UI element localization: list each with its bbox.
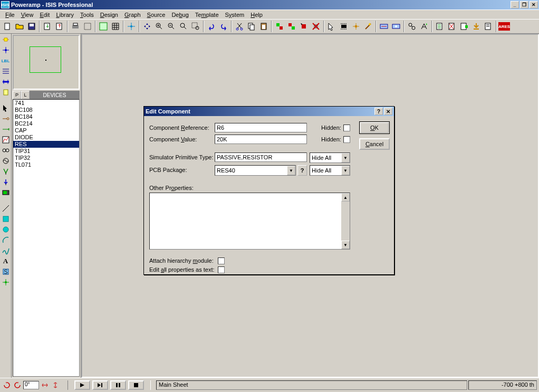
wire-auto-icon[interactable] bbox=[378, 21, 390, 32]
import-icon[interactable] bbox=[42, 21, 53, 32]
mirror-x-icon[interactable] bbox=[40, 380, 50, 390]
input-component-reference[interactable] bbox=[215, 123, 307, 132]
netlist-icon[interactable] bbox=[446, 21, 458, 32]
pause-button[interactable] bbox=[110, 380, 126, 390]
redo-icon[interactable] bbox=[218, 21, 229, 32]
play-button[interactable] bbox=[74, 380, 90, 390]
pin-mode-icon[interactable] bbox=[1, 125, 11, 134]
device-item[interactable]: TL071 bbox=[13, 161, 79, 168]
dialog-help-button[interactable]: ? bbox=[374, 108, 383, 115]
path-mode-icon[interactable] bbox=[1, 246, 11, 255]
wand-icon[interactable] bbox=[362, 21, 374, 32]
menu-graph[interactable]: Graph bbox=[121, 11, 144, 18]
device-item[interactable]: RES bbox=[13, 141, 79, 148]
marker-mode-icon[interactable] bbox=[1, 278, 11, 287]
selection-mode-icon[interactable] bbox=[1, 103, 11, 113]
origin-icon[interactable] bbox=[126, 21, 137, 32]
library-tab[interactable]: L bbox=[21, 91, 30, 99]
device-item[interactable]: BC108 bbox=[13, 107, 79, 113]
symbol-mode-icon[interactable]: S bbox=[1, 267, 11, 276]
menu-system[interactable]: System bbox=[222, 11, 248, 18]
component-mode-icon[interactable] bbox=[1, 35, 11, 44]
search-tag-icon[interactable] bbox=[390, 21, 402, 32]
device-item[interactable]: TIP31 bbox=[13, 148, 79, 155]
checkbox-attach-hierarchy[interactable] bbox=[218, 257, 225, 264]
label-mode-icon[interactable]: LBL bbox=[1, 56, 11, 65]
print-icon[interactable] bbox=[70, 21, 81, 32]
menu-tools[interactable]: Tools bbox=[77, 11, 97, 18]
block-move-icon[interactable] bbox=[286, 21, 297, 32]
redraw-icon[interactable] bbox=[98, 21, 109, 32]
bus-mode-icon[interactable] bbox=[1, 77, 11, 87]
pan-icon[interactable] bbox=[141, 21, 153, 32]
generator-mode-icon[interactable] bbox=[1, 156, 11, 166]
step-button[interactable] bbox=[92, 380, 108, 390]
zoom-all-icon[interactable] bbox=[178, 21, 189, 32]
select-pcb-package[interactable]: RES40▼ bbox=[215, 165, 296, 176]
probe-i-icon[interactable] bbox=[1, 177, 11, 187]
ares-icon[interactable]: ARES bbox=[498, 21, 510, 32]
open-icon[interactable] bbox=[14, 21, 25, 32]
new-icon[interactable] bbox=[2, 21, 13, 32]
device-item[interactable]: BC214 bbox=[13, 120, 79, 127]
menu-design[interactable]: Design bbox=[97, 11, 121, 18]
cut-icon[interactable] bbox=[234, 21, 245, 32]
arc-mode-icon[interactable] bbox=[1, 235, 11, 245]
dialog-close-button[interactable]: ✕ bbox=[384, 108, 392, 115]
input-simulator-primitive[interactable] bbox=[215, 152, 307, 162]
device-item[interactable]: BC184 bbox=[13, 113, 79, 120]
textarea-other-properties[interactable]: ▲▼ bbox=[149, 193, 350, 250]
menu-template[interactable]: Template bbox=[192, 11, 222, 18]
grid-icon[interactable] bbox=[110, 21, 121, 32]
export-icon[interactable] bbox=[54, 21, 65, 32]
select-sim-visibility[interactable]: Hide All▼ bbox=[310, 152, 350, 163]
bom-icon[interactable] bbox=[458, 21, 470, 32]
compile-icon[interactable] bbox=[470, 21, 482, 32]
select-pkg-visibility[interactable]: Hide All▼ bbox=[310, 165, 350, 176]
browse-package-button[interactable]: ? bbox=[297, 165, 307, 176]
device-list[interactable]: 741BC108BC184BC214CAPDIODERESTIP31TIP32T… bbox=[13, 99, 80, 377]
pick-tab[interactable]: P bbox=[13, 91, 21, 99]
cancel-button[interactable]: Cancel bbox=[359, 138, 390, 150]
menu-source[interactable]: Source bbox=[144, 11, 169, 18]
minimize-button[interactable]: _ bbox=[511, 1, 519, 8]
menu-file[interactable]: File bbox=[2, 11, 18, 18]
stop-button[interactable] bbox=[128, 380, 144, 390]
save-icon[interactable] bbox=[26, 21, 37, 32]
instrument-mode-icon[interactable] bbox=[1, 188, 11, 197]
annotate-icon[interactable] bbox=[418, 21, 430, 32]
zoom-area-icon[interactable] bbox=[190, 21, 201, 32]
ok-button[interactable]: OK bbox=[359, 121, 390, 134]
block-rotate-icon[interactable] bbox=[298, 21, 310, 32]
erc-icon[interactable] bbox=[434, 21, 446, 32]
menu-library[interactable]: Library bbox=[53, 11, 77, 18]
overview-window[interactable] bbox=[13, 35, 80, 90]
menu-debug[interactable]: Debug bbox=[168, 11, 191, 18]
line-mode-icon[interactable] bbox=[1, 204, 11, 213]
menu-help[interactable]: Help bbox=[247, 11, 266, 18]
rotation-angle-field[interactable]: 0° bbox=[23, 381, 39, 389]
script-mode-icon[interactable] bbox=[1, 66, 11, 76]
zoom-in-icon[interactable] bbox=[153, 21, 165, 32]
text-mode-icon[interactable]: A bbox=[1, 256, 11, 266]
checkbox-hidden-val[interactable] bbox=[343, 136, 350, 143]
device-item[interactable]: CAP bbox=[13, 127, 79, 134]
terminal-mode-icon[interactable] bbox=[1, 114, 11, 123]
paste-icon[interactable] bbox=[258, 21, 270, 32]
maximize-button[interactable]: ❐ bbox=[520, 1, 528, 8]
report-icon[interactable] bbox=[483, 21, 494, 32]
box-mode-icon[interactable] bbox=[1, 214, 11, 224]
close-button[interactable]: ✕ bbox=[530, 1, 538, 8]
undo-icon[interactable] bbox=[206, 21, 217, 32]
copy-icon[interactable] bbox=[246, 21, 257, 32]
decompose-icon[interactable] bbox=[350, 21, 362, 32]
menu-view[interactable]: View bbox=[18, 11, 37, 18]
subcircuit-mode-icon[interactable] bbox=[1, 88, 11, 97]
device-item[interactable]: TIP32 bbox=[13, 155, 79, 161]
probe-v-icon[interactable] bbox=[1, 167, 11, 176]
checkbox-edit-all-as-text[interactable] bbox=[218, 266, 225, 273]
tape-mode-icon[interactable] bbox=[1, 146, 11, 155]
graph-mode-icon[interactable] bbox=[1, 135, 11, 145]
device-item[interactable]: DIODE bbox=[13, 134, 79, 141]
device-item[interactable]: 741 bbox=[13, 100, 79, 107]
